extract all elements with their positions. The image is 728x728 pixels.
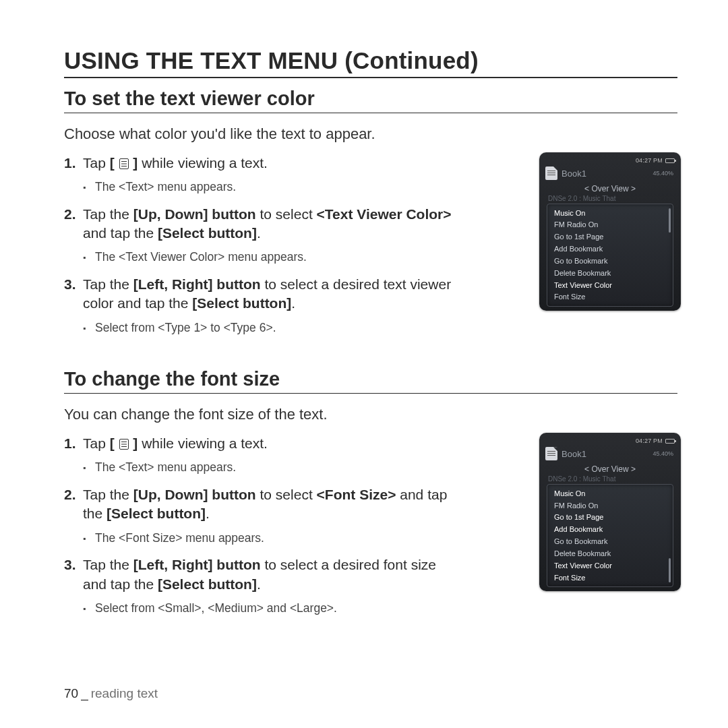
section2-step2: Tap the [Up, Down] button to select <Fon… <box>64 485 455 524</box>
menu-item: FM Radio On <box>547 219 673 231</box>
section1-heading: To set the text viewer color <box>64 88 677 110</box>
t: and tap the <box>83 225 158 241</box>
t: [Up, Down] button <box>133 206 256 222</box>
device-screenshot-2: 04:27 PM Book1 45.40% < Over View > DNSe… <box>539 433 681 591</box>
section1-step1-sub: The <Text> menu appears. <box>83 179 455 195</box>
menu-item: Delete Bookmark <box>547 267 673 279</box>
page-footer: 70_reading text <box>64 686 158 701</box>
t: [Select button] <box>192 295 291 311</box>
device-percent: 45.40% <box>653 170 673 177</box>
device-overview-label: < Over View > <box>544 184 676 193</box>
menu-item: Delete Bookmark <box>547 548 673 560</box>
section2-rule <box>64 393 677 394</box>
menu-item: Add Bookmark <box>547 524 673 536</box>
device-titlebar: Book1 45.40% <box>544 446 676 463</box>
t: Tap the <box>83 206 133 222</box>
t: to select <box>256 206 317 222</box>
menu-item: Text Viewer Color <box>547 559 673 572</box>
section2-step1: Tap [ ] while viewing a text. <box>64 434 455 453</box>
device-filename: Book1 <box>562 449 648 459</box>
menu-item: Music On <box>547 207 673 219</box>
menu-item-selected: Text Viewer Color <box>547 279 673 291</box>
section2-steps: Tap [ ] while viewing a text. <box>64 434 455 453</box>
device-faint-line: DNSe 2.0 : Music That <box>544 193 676 202</box>
device-titlebar: Book1 45.40% <box>544 165 676 183</box>
t: [Select button] <box>107 506 206 521</box>
device-menu: Music On FM Radio On Go to 1st Page Add … <box>547 484 673 587</box>
t: . <box>291 295 295 311</box>
section1-step3: Tap the [Left, Right] button to select a… <box>64 275 455 313</box>
chapter-label: reading text <box>91 686 158 700</box>
t: [Left, Right] button <box>133 557 261 572</box>
section1-intro: Choose what color you'd like the text to… <box>64 124 677 144</box>
section1-step1: Tap [ ] while viewing a text. <box>64 154 455 173</box>
menu-item-selected: Font Size <box>547 572 673 584</box>
section2-intro: You can change the font size of the text… <box>64 404 677 425</box>
t: [Select button] <box>158 576 257 592</box>
t: Tap the <box>83 487 133 502</box>
document-icon <box>545 166 557 180</box>
device-faint-line: DNSe 2.0 : Music That <box>544 474 676 483</box>
menu-item: Font Size <box>547 291 673 303</box>
device-screenshot-1: 04:27 PM Book1 45.40% < Over View > DNSe… <box>539 152 681 311</box>
section1-rule <box>64 113 677 113</box>
section-text-viewer-color: To set the text viewer color Choose what… <box>64 88 677 336</box>
t: [Up, Down] button <box>133 487 256 502</box>
device-percent: 45.40% <box>653 450 673 457</box>
menu-item: Go to Bookmark <box>547 536 673 548</box>
menu-icon <box>119 439 129 450</box>
section2-step3-sub: Select from <Small>, <Medium> and <Large… <box>83 601 455 617</box>
menu-item: FM Radio On <box>547 499 673 512</box>
scrollbar-thumb <box>669 558 671 582</box>
battery-icon <box>665 158 675 163</box>
t: <Text Viewer Color> <box>317 206 452 222</box>
page-title: USING THE TEXT MENU (Continued) <box>64 47 677 74</box>
section2-step3: Tap the [Left, Right] button to select a… <box>64 555 455 594</box>
device-status-bar: 04:27 PM <box>544 156 676 165</box>
t: while viewing a text. <box>138 435 268 451</box>
menu-item: Music On <box>547 487 673 499</box>
menu-item: Go to 1st Page <box>547 512 673 524</box>
section2-step1-sub: The <Text> menu appears. <box>83 460 455 476</box>
menu-icon <box>119 158 129 169</box>
scrollbar-thumb <box>669 208 671 233</box>
section1-step2-sub: The <Text Viewer Color> menu appears. <box>83 249 455 266</box>
section1-step3-sub: Select from <Type 1> to <Type 6>. <box>83 320 455 336</box>
title-rule <box>64 77 677 78</box>
t: [Left, Right] button <box>133 276 261 292</box>
t: <Font Size> <box>317 487 396 502</box>
section1-step2: Tap the [Up, Down] button to select <Tex… <box>64 205 455 243</box>
t: to select <box>256 487 317 502</box>
t: . <box>206 506 210 521</box>
menu-item: Add Bookmark <box>547 243 673 255</box>
t: Tap <box>83 435 110 451</box>
device-menu: Music On FM Radio On Go to 1st Page Add … <box>547 204 673 307</box>
section2-heading: To change the font size <box>64 368 677 390</box>
device-filename: Book1 <box>562 169 648 179</box>
battery-icon <box>665 439 675 444</box>
section-font-size: To change the font size You can change t… <box>64 368 677 616</box>
step-text: Tap <box>83 155 110 171</box>
t: Tap the <box>83 276 133 292</box>
section1-steps: Tap [ ] while viewing a text. <box>64 154 455 173</box>
document-icon <box>545 447 557 460</box>
t: . <box>257 576 261 592</box>
t: . <box>257 225 261 241</box>
page-number: 70 <box>64 686 78 700</box>
t: [Select button] <box>158 225 257 241</box>
t: Tap the <box>83 557 133 572</box>
device-overview-label: < Over View > <box>544 464 676 474</box>
device-time: 04:27 PM <box>636 437 663 444</box>
step-text: while viewing a text. <box>138 155 268 171</box>
device-status-bar: 04:27 PM <box>544 437 676 446</box>
menu-item: Go to 1st Page <box>547 231 673 243</box>
device-time: 04:27 PM <box>636 157 663 164</box>
menu-item: Go to Bookmark <box>547 255 673 267</box>
section2-step2-sub: The <Font Size> menu appears. <box>83 530 455 547</box>
